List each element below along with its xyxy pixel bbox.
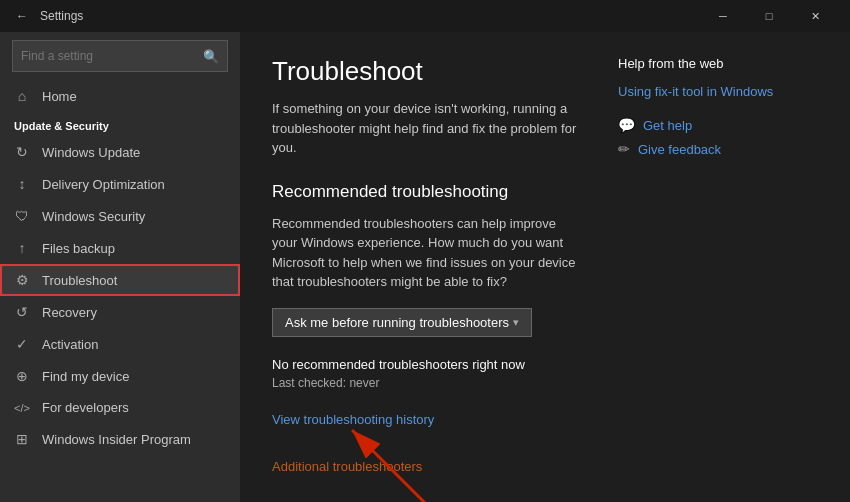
sidebar-item-find-my-device[interactable]: ⊕ Find my device xyxy=(0,360,240,392)
sidebar-item-windows-update[interactable]: ↻ Windows Update xyxy=(0,136,240,168)
developers-icon: </> xyxy=(14,402,30,414)
recommended-section-title: Recommended troubleshooting xyxy=(272,182,578,202)
web-link[interactable]: Using fix-it tool in Windows xyxy=(618,83,818,101)
search-box[interactable]: 🔍 xyxy=(12,40,228,72)
insider-icon: ⊞ xyxy=(14,431,30,447)
minimize-icon: ─ xyxy=(719,10,727,22)
recovery-icon: ↺ xyxy=(14,304,30,320)
sidebar-item-label: Troubleshoot xyxy=(42,273,226,288)
last-checked-text: Last checked: never xyxy=(272,376,578,390)
home-icon: ⌂ xyxy=(14,88,30,104)
troubleshoot-icon: ⚙ xyxy=(14,272,30,288)
titlebar: ← Settings ─ □ ✕ xyxy=(0,0,850,32)
titlebar-title: Settings xyxy=(40,9,700,23)
sidebar-item-label: Activation xyxy=(42,337,226,352)
windows-update-icon: ↻ xyxy=(14,144,30,160)
give-feedback-item[interactable]: ✏ Give feedback xyxy=(618,141,818,157)
sidebar-item-activation[interactable]: ✓ Activation xyxy=(0,328,240,360)
search-icon: 🔍 xyxy=(203,49,219,64)
get-help-item[interactable]: 💬 Get help xyxy=(618,117,818,133)
maximize-icon: □ xyxy=(766,10,773,22)
chevron-down-icon: ▾ xyxy=(513,316,519,329)
help-title: Help from the web xyxy=(618,56,818,71)
sidebar-item-for-developers[interactable]: </> For developers xyxy=(0,392,240,423)
find-device-icon: ⊕ xyxy=(14,368,30,384)
page-title: Troubleshoot xyxy=(272,56,578,87)
activation-icon: ✓ xyxy=(14,336,30,352)
sidebar-item-label: Files backup xyxy=(42,241,226,256)
view-history-link[interactable]: View troubleshooting history xyxy=(272,412,434,427)
maximize-button[interactable]: □ xyxy=(746,0,792,32)
sidebar-item-label: Windows Insider Program xyxy=(42,432,226,447)
dropdown-value: Ask me before running troubleshooters xyxy=(285,315,509,330)
side-panel: Help from the web Using fix-it tool in W… xyxy=(618,56,818,478)
recommended-desc: Recommended troubleshooters can help imp… xyxy=(272,214,578,292)
content-area: Troubleshoot If something on your device… xyxy=(240,32,850,502)
sidebar-item-files-backup[interactable]: ↑ Files backup xyxy=(0,232,240,264)
minimize-button[interactable]: ─ xyxy=(700,0,746,32)
back-icon: ← xyxy=(16,9,28,23)
main-layout: 🔍 ⌂ Home Update & Security ↻ Windows Upd… xyxy=(0,32,850,502)
delivery-icon: ↕ xyxy=(14,176,30,192)
close-button[interactable]: ✕ xyxy=(792,0,838,32)
sidebar-item-windows-security[interactable]: 🛡 Windows Security xyxy=(0,200,240,232)
no-troubleshooters-text: No recommended troubleshooters right now xyxy=(272,357,578,372)
sidebar: 🔍 ⌂ Home Update & Security ↻ Windows Upd… xyxy=(0,32,240,502)
sidebar-item-delivery-optimization[interactable]: ↕ Delivery Optimization xyxy=(0,168,240,200)
backup-icon: ↑ xyxy=(14,240,30,256)
get-help-icon: 💬 xyxy=(618,117,635,133)
troubleshoot-dropdown[interactable]: Ask me before running troubleshooters ▾ xyxy=(272,308,532,337)
page-desc: If something on your device isn't workin… xyxy=(272,99,578,158)
get-help-text: Get help xyxy=(643,118,692,133)
sidebar-item-home[interactable]: ⌂ Home xyxy=(0,80,240,112)
sidebar-item-troubleshoot[interactable]: ⚙ Troubleshoot xyxy=(0,264,240,296)
sidebar-item-label: For developers xyxy=(42,400,226,415)
sidebar-item-windows-insider[interactable]: ⊞ Windows Insider Program xyxy=(0,423,240,455)
content-main: Troubleshoot If something on your device… xyxy=(272,56,578,478)
sidebar-item-label: Recovery xyxy=(42,305,226,320)
sidebar-item-recovery[interactable]: ↺ Recovery xyxy=(0,296,240,328)
give-feedback-text: Give feedback xyxy=(638,142,721,157)
search-input[interactable] xyxy=(21,49,203,63)
back-button[interactable]: ← xyxy=(12,6,32,26)
feedback-icon: ✏ xyxy=(618,141,630,157)
sidebar-item-label: Windows Update xyxy=(42,145,226,160)
sidebar-item-label: Home xyxy=(42,89,226,104)
security-icon: 🛡 xyxy=(14,208,30,224)
additional-troubleshooters-link[interactable]: Additional troubleshooters xyxy=(272,459,422,474)
titlebar-controls: ─ □ ✕ xyxy=(700,0,838,32)
close-icon: ✕ xyxy=(811,10,820,23)
sidebar-section-label: Update & Security xyxy=(0,112,240,136)
sidebar-item-label: Delivery Optimization xyxy=(42,177,226,192)
sidebar-item-label: Windows Security xyxy=(42,209,226,224)
sidebar-item-label: Find my device xyxy=(42,369,226,384)
